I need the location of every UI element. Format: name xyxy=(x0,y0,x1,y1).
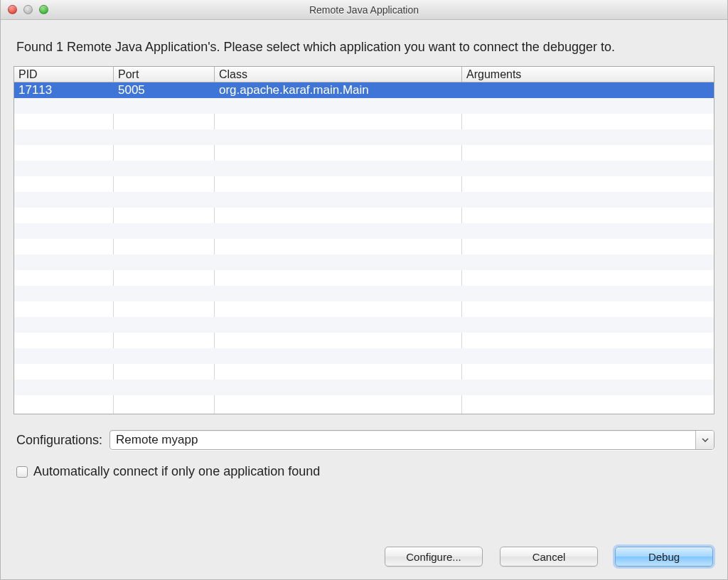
table-row[interactable] xyxy=(14,192,714,208)
table-row[interactable] xyxy=(14,129,714,145)
dialog-window: Remote Java Application Found 1 Remote J… xyxy=(0,0,728,580)
cell-class xyxy=(215,317,462,333)
cell-port xyxy=(114,333,215,348)
cell-args xyxy=(462,192,714,208)
cell-port xyxy=(114,223,215,239)
cell-class: org.apache.karaf.main.Main xyxy=(215,82,462,98)
cell-port xyxy=(114,286,215,301)
table-row[interactable] xyxy=(14,364,714,380)
table-row[interactable] xyxy=(14,161,714,176)
cell-pid xyxy=(14,161,114,176)
table-row[interactable] xyxy=(14,145,714,161)
configurations-label: Configurations: xyxy=(16,433,102,448)
cell-pid xyxy=(14,254,114,270)
cell-class xyxy=(215,301,462,317)
column-header-class[interactable]: Class xyxy=(215,67,462,82)
cell-args xyxy=(462,301,714,317)
zoom-window-button[interactable] xyxy=(39,5,48,14)
table-row[interactable] xyxy=(14,98,714,114)
cell-pid xyxy=(14,145,114,161)
close-window-button[interactable] xyxy=(8,5,17,14)
table-row[interactable] xyxy=(14,301,714,317)
cell-pid xyxy=(14,129,114,145)
table-row[interactable] xyxy=(14,333,714,348)
cell-pid xyxy=(14,208,114,223)
auto-connect-label[interactable]: Automatically connect if only one applic… xyxy=(33,464,320,479)
cell-port xyxy=(114,129,215,145)
table-row[interactable] xyxy=(14,176,714,192)
cell-args xyxy=(462,129,714,145)
cell-args xyxy=(462,239,714,254)
cell-pid xyxy=(14,239,114,254)
cell-class xyxy=(215,364,462,380)
cell-port xyxy=(114,254,215,270)
cell-class xyxy=(215,129,462,145)
column-header-pid[interactable]: PID xyxy=(14,67,114,82)
cell-class xyxy=(215,145,462,161)
table-row[interactable] xyxy=(14,239,714,254)
minimize-window-button[interactable] xyxy=(23,5,33,14)
dialog-content: Found 1 Remote Java Application's. Pleas… xyxy=(1,20,727,579)
cell-pid xyxy=(14,286,114,301)
table-header: PID Port Class Arguments xyxy=(14,67,714,82)
cell-class xyxy=(215,192,462,208)
table-row[interactable] xyxy=(14,254,714,270)
window-title: Remote Java Application xyxy=(1,4,727,16)
cell-port xyxy=(114,161,215,176)
cell-port xyxy=(114,208,215,223)
column-header-arguments[interactable]: Arguments xyxy=(462,67,714,82)
cell-port xyxy=(114,317,215,333)
table-row[interactable] xyxy=(14,395,714,411)
cell-args xyxy=(462,98,714,114)
table-row[interactable] xyxy=(14,270,714,286)
cell-pid xyxy=(14,176,114,192)
cell-args xyxy=(462,317,714,333)
cell-args xyxy=(462,145,714,161)
cell-class xyxy=(215,114,462,129)
cell-pid xyxy=(14,380,114,395)
table-row[interactable] xyxy=(14,223,714,239)
auto-connect-checkbox[interactable] xyxy=(16,466,28,478)
cell-port xyxy=(114,364,215,380)
cell-pid xyxy=(14,395,114,411)
cell-port: 5005 xyxy=(114,82,215,98)
applications-table[interactable]: PID Port Class Arguments 171135005org.ap… xyxy=(14,66,714,414)
cancel-button[interactable]: Cancel xyxy=(500,547,598,566)
traffic-lights xyxy=(8,5,48,14)
cell-class xyxy=(215,223,462,239)
cell-pid xyxy=(14,114,114,129)
cell-pid xyxy=(14,98,114,114)
cell-class xyxy=(215,286,462,301)
table-row[interactable]: 171135005org.apache.karaf.main.Main xyxy=(14,82,714,98)
cell-pid xyxy=(14,301,114,317)
cell-pid xyxy=(14,364,114,380)
cell-args xyxy=(462,364,714,380)
chevron-down-icon[interactable] xyxy=(695,431,714,449)
cell-class xyxy=(215,395,462,411)
table-row[interactable] xyxy=(14,208,714,223)
cell-pid xyxy=(14,223,114,239)
configure-button[interactable]: Configure... xyxy=(385,547,483,566)
table-row[interactable] xyxy=(14,380,714,395)
cell-port xyxy=(114,98,215,114)
cell-pid xyxy=(14,270,114,286)
cell-args xyxy=(462,223,714,239)
configurations-selected: Remote myapp xyxy=(110,431,695,449)
cell-port xyxy=(114,380,215,395)
debug-button[interactable]: Debug xyxy=(615,547,713,566)
configurations-combobox[interactable]: Remote myapp xyxy=(109,430,714,450)
table-row[interactable] xyxy=(14,286,714,301)
cell-port xyxy=(114,192,215,208)
cell-pid xyxy=(14,192,114,208)
cell-port xyxy=(114,348,215,364)
cell-pid xyxy=(14,317,114,333)
cell-args xyxy=(462,254,714,270)
cell-args xyxy=(462,208,714,223)
dialog-buttons: Configure... Cancel Debug xyxy=(14,542,714,569)
table-row[interactable] xyxy=(14,317,714,333)
cell-args xyxy=(462,395,714,411)
table-row[interactable] xyxy=(14,114,714,129)
column-header-port[interactable]: Port xyxy=(114,67,215,82)
cell-args xyxy=(462,286,714,301)
table-row[interactable] xyxy=(14,348,714,364)
